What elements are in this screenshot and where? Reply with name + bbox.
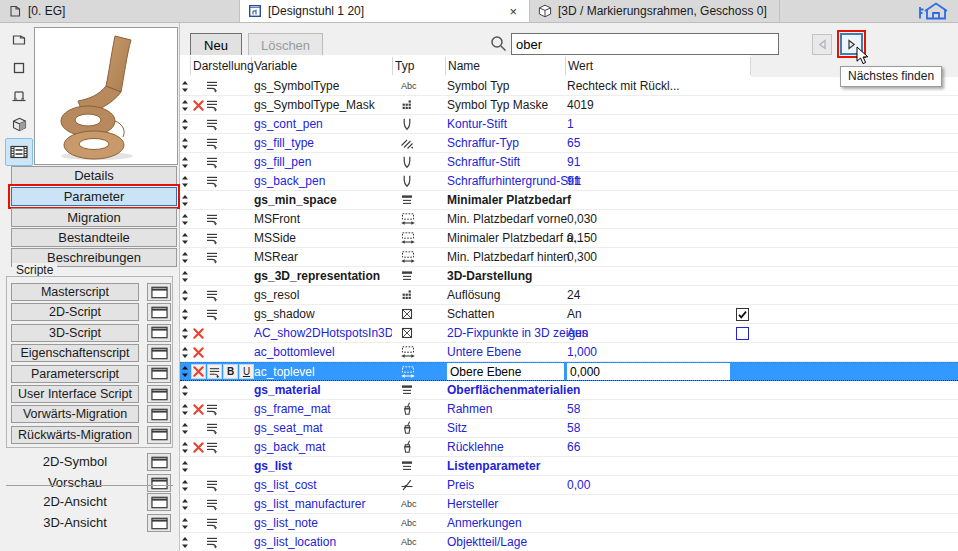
display-toggle-button[interactable] [207, 364, 222, 379]
search-input[interactable] [511, 33, 779, 55]
row-reorder-handle[interactable] [180, 99, 190, 112]
table-row[interactable]: gs_list_costPreis0,00 [180, 476, 958, 495]
project-home-icon[interactable] [916, 1, 950, 21]
open-window-button[interactable] [147, 283, 171, 301]
row-reorder-handle[interactable] [180, 441, 190, 454]
table-row[interactable]: MSSideMinimaler Platzbedarf a...0,150 [180, 229, 958, 248]
script-button-parameterscript[interactable]: Parameterscript [11, 365, 139, 383]
row-reorder-handle[interactable] [180, 194, 190, 207]
preview-mode-cube-3d[interactable] [5, 110, 33, 138]
row-reorder-handle[interactable] [180, 498, 190, 511]
row-reorder-handle[interactable] [180, 346, 190, 359]
row-reorder-handle[interactable] [180, 384, 190, 397]
column-header-typ[interactable]: Typ [395, 59, 414, 73]
table-row[interactable]: gs_materialOberflächenmaterialien [180, 381, 958, 400]
script-button-r-ckw-rts-migration[interactable]: Rückwärts-Migration [11, 426, 139, 444]
preview-mode-square-2d[interactable] [5, 54, 33, 82]
tab-object-editor[interactable]: [Designstuhl 1 20] × [240, 0, 530, 22]
table-row[interactable]: gs_list_noteAbcAnmerkungen [180, 514, 958, 533]
table-row[interactable]: gs_min_spaceMinimaler Platzbedarf [180, 191, 958, 210]
open-window-button[interactable] [147, 405, 171, 423]
row-reorder-handle[interactable] [180, 289, 190, 302]
column-header-name[interactable]: Name [448, 59, 480, 73]
script-button-2d-script[interactable]: 2D-Script [11, 303, 139, 321]
darstellung-cell [190, 212, 251, 226]
open-window-button[interactable] [147, 324, 171, 342]
script-button-vorw-rts-migration[interactable]: Vorwärts-Migration [11, 405, 139, 423]
table-row[interactable]: MSRearMin. Platzbedarf hinten0,300 [180, 248, 958, 267]
row-reorder-handle[interactable] [180, 536, 190, 549]
table-row[interactable]: gs_resolAuflösung24 [180, 286, 958, 305]
open-window-button[interactable] [147, 385, 171, 403]
column-header-darstellung[interactable]: Darstellung [193, 59, 254, 73]
new-parameter-button[interactable]: Neu [190, 33, 242, 56]
row-reorder-handle[interactable] [180, 213, 190, 226]
sidebar-item-migration[interactable]: Migration [11, 208, 177, 227]
open-window-button[interactable] [147, 344, 171, 362]
checkbox-unchecked[interactable] [736, 327, 749, 340]
row-reorder-handle[interactable] [180, 251, 190, 264]
row-reorder-handle[interactable] [180, 270, 190, 283]
column-header-variable[interactable]: Variable [254, 59, 297, 73]
sidebar-item-parameter[interactable]: Parameter [11, 187, 177, 206]
tab-3d-view[interactable]: [3D / Markierungsrahmen, Geschoss 0] [530, 0, 780, 22]
checkbox-checked[interactable] [736, 308, 749, 321]
preview-mode-filmstrip[interactable] [5, 138, 33, 166]
table-row[interactable]: ac_bottomlevelUntere Ebene1,000 [180, 343, 958, 362]
row-reorder-handle[interactable] [180, 479, 190, 492]
open-window-button[interactable] [147, 303, 171, 321]
sidebar-item-bestandteile[interactable]: Bestandteile [11, 228, 177, 247]
open-window-button[interactable] [147, 365, 171, 383]
row-reorder-handle[interactable] [180, 80, 190, 93]
row-reorder-handle[interactable] [180, 403, 190, 416]
table-row[interactable]: gs_frame_matRahmen58 [180, 400, 958, 419]
table-row[interactable]: gs_cont_penKontur-Stift1 [180, 115, 958, 134]
table-row[interactable]: gs_shadowSchattenAn [180, 305, 958, 324]
row-reorder-handle[interactable] [180, 460, 190, 473]
script-button-masterscript[interactable]: Masterscript [11, 283, 139, 301]
table-row[interactable]: MSFrontMin. Platzbedarf vorne0,030 [180, 210, 958, 229]
open-window-button[interactable] [147, 493, 171, 511]
table-row[interactable]: gs_fill_typeSchraffur-Typ65 [180, 134, 958, 153]
row-reorder-handle[interactable] [180, 308, 190, 321]
sidebar-item-details[interactable]: Details [11, 166, 177, 185]
row-reorder-handle[interactable] [180, 232, 190, 245]
delete-x-button[interactable] [191, 364, 206, 379]
table-row[interactable]: AC_show2DHotspotsIn3D2D-Fixpunkte in 3D … [180, 324, 958, 343]
name-edit-field[interactable] [447, 363, 564, 380]
open-window-button[interactable] [147, 514, 171, 532]
tab-floorplan[interactable]: [0. EG] [0, 0, 240, 22]
preview-mode-elevation[interactable] [5, 82, 33, 110]
row-reorder-handle[interactable] [180, 175, 190, 188]
table-row[interactable]: gs_SymbolType_MaskSymbol Typ Maske4019 [180, 96, 958, 115]
table-row[interactable]: gs_listListenparameter [180, 457, 958, 476]
open-window-button[interactable] [147, 426, 171, 444]
row-reorder-handle[interactable] [180, 422, 190, 435]
table-row[interactable]: gs_seat_matSitz58 [180, 419, 958, 438]
script-button-user-interface-script[interactable]: User Interface Script [11, 385, 139, 403]
table-row[interactable]: gs_fill_penSchraffur-Stift91 [180, 153, 958, 172]
table-row[interactable]: gs_back_penSchraffurhintergrund-Stift91 [180, 172, 958, 191]
script-button-eigenschaftenscript[interactable]: Eigenschaftenscript [11, 344, 139, 362]
row-reorder-handle[interactable] [180, 156, 190, 169]
open-window-button[interactable] [147, 453, 171, 471]
delete-parameter-button[interactable]: Löschen [248, 33, 323, 56]
value-edit-field[interactable] [567, 363, 730, 380]
table-row[interactable]: gs_back_matRücklehne66 [180, 438, 958, 457]
row-reorder-handle[interactable] [180, 118, 190, 131]
find-previous-button[interactable] [812, 34, 832, 55]
row-reorder-handle[interactable] [180, 365, 190, 378]
open-window-button[interactable] [147, 474, 171, 492]
row-reorder-handle[interactable] [180, 517, 190, 530]
bold-button[interactable]: B [223, 364, 238, 379]
preview-mode-sheet-2d[interactable] [5, 26, 33, 54]
tab-close-icon[interactable]: × [505, 4, 521, 19]
column-header-wert[interactable]: Wert [568, 59, 593, 73]
table-row[interactable]: BUac_toplevel [180, 362, 958, 381]
row-reorder-handle[interactable] [180, 327, 190, 340]
row-reorder-handle[interactable] [180, 137, 190, 150]
table-row[interactable]: gs_list_locationAbcObjektteil/Lage [180, 533, 958, 551]
table-row[interactable]: gs_list_manufacturerAbcHersteller [180, 495, 958, 514]
table-row[interactable]: gs_3D_representation3D-Darstellung [180, 267, 958, 286]
script-button-3d-script[interactable]: 3D-Script [11, 324, 139, 342]
